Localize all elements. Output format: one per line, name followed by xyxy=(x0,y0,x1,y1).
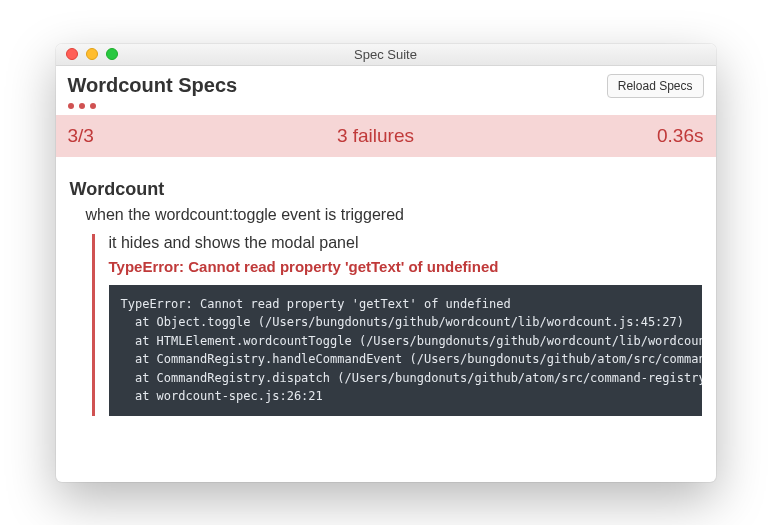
window-controls xyxy=(56,48,118,60)
suite-name: Wordcount xyxy=(70,179,702,200)
status-dot-icon xyxy=(90,103,96,109)
spec-block: it hides and shows the modal panel TypeE… xyxy=(92,234,702,417)
status-failures: 3 failures xyxy=(337,125,414,147)
describe-text: when the wordcount:toggle event is trigg… xyxy=(86,206,702,224)
spec-it-text: it hides and shows the modal panel xyxy=(109,234,702,252)
error-message: TypeError: Cannot read property 'getText… xyxy=(109,258,702,275)
header: Wordcount Specs Reload Specs xyxy=(56,66,716,115)
status-dot-icon xyxy=(79,103,85,109)
status-time: 0.36s xyxy=(657,125,703,147)
zoom-icon[interactable] xyxy=(106,48,118,60)
header-left: Wordcount Specs xyxy=(68,74,238,109)
close-icon[interactable] xyxy=(66,48,78,60)
stack-trace: TypeError: Cannot read property 'getText… xyxy=(109,285,702,417)
app-window: Spec Suite Wordcount Specs Reload Specs … xyxy=(56,44,716,482)
status-dot-icon xyxy=(68,103,74,109)
titlebar: Spec Suite xyxy=(56,44,716,66)
status-bar: 3/3 3 failures 0.36s xyxy=(56,115,716,157)
status-dots xyxy=(68,103,238,109)
page-title: Wordcount Specs xyxy=(68,74,238,97)
window-title: Spec Suite xyxy=(56,47,716,62)
minimize-icon[interactable] xyxy=(86,48,98,60)
spec-content: Wordcount when the wordcount:toggle even… xyxy=(56,157,716,482)
status-ratio: 3/3 xyxy=(68,125,94,147)
reload-specs-button[interactable]: Reload Specs xyxy=(607,74,704,98)
